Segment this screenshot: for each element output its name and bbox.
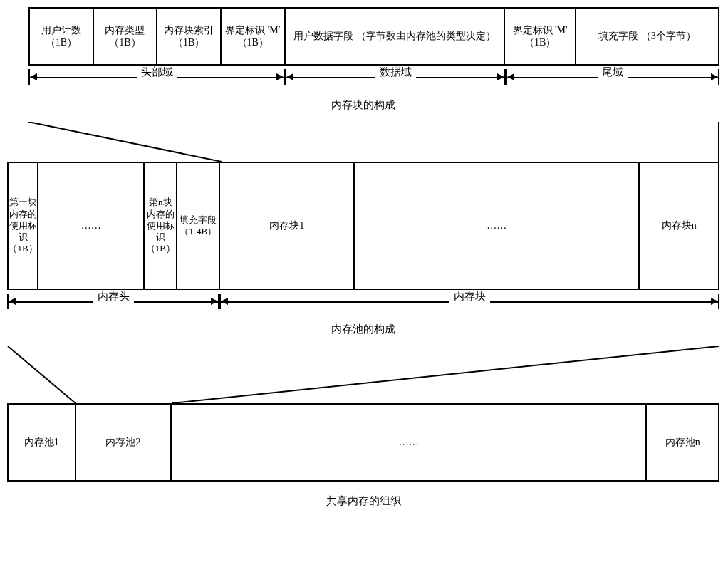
- region-header-label: 头部域: [137, 66, 177, 79]
- memory-diagram: 用户计数 （1B） 内存类型 （1B） 内存块索引 （1B） 界定标识 'M' …: [7, 7, 719, 508]
- pool-cell-flag-1: 第一块内存的使用标识（1B）: [9, 163, 38, 289]
- svg-line-0: [28, 122, 222, 162]
- block-cell-block-index: 内存块索引 （1B）: [157, 9, 222, 64]
- shm-cell-pool-1: 内存池1: [9, 405, 76, 480]
- svg-line-2: [8, 346, 76, 403]
- pool-cell-flag-n: 第n块内存的使用标识（1B）: [145, 163, 177, 289]
- shm-cell-pool-2: 内存池2: [76, 405, 172, 480]
- region-mem-header-label: 内存头: [93, 290, 134, 303]
- pool-cell-block-n: 内存块n: [640, 163, 718, 289]
- memory-block-row: 用户计数 （1B） 内存类型 （1B） 内存块索引 （1B） 界定标识 'M' …: [28, 7, 719, 66]
- connector-pool-to-shm: [7, 346, 719, 403]
- pool-region-bar: 内存头 内存块: [7, 294, 719, 317]
- block-cell-padding: 填充字段 （3个字节）: [576, 9, 718, 64]
- svg-line-3: [172, 346, 719, 403]
- region-tail-label: 尾域: [598, 66, 628, 79]
- pool-cell-padding: 填充字段（1-4B）: [177, 163, 220, 289]
- shm-caption: 共享内存的组织: [7, 494, 719, 508]
- block-cell-marker-m1: 界定标识 'M' （1B）: [222, 9, 286, 64]
- connector-block-to-pool: [7, 122, 719, 162]
- block-cell-marker-m2: 界定标识 'M' （1B）: [505, 9, 576, 64]
- block-region-bar: 头部域 数据域 尾域: [28, 70, 719, 93]
- block-cell-user-count: 用户计数 （1B）: [30, 9, 94, 64]
- pool-cell-ellipsis1: ……: [38, 163, 145, 289]
- pool-cell-block-1: 内存块1: [220, 163, 355, 289]
- shm-cell-pool-n: 内存池n: [647, 405, 718, 480]
- region-mem-blocks-label: 内存块: [449, 290, 490, 303]
- shm-cell-ellipsis: ……: [172, 405, 647, 480]
- memory-pool-row: 第一块内存的使用标识（1B） …… 第n块内存的使用标识（1B） 填充字段（1-…: [7, 162, 719, 290]
- block-caption: 内存块的构成: [7, 98, 719, 112]
- region-data-label: 数据域: [375, 66, 416, 79]
- block-cell-user-data: 用户数据字段 （字节数由内存池的类型决定）: [286, 9, 506, 64]
- pool-caption: 内存池的构成: [7, 323, 719, 336]
- shared-memory-row: 内存池1 内存池2 …… 内存池n: [7, 403, 719, 482]
- block-cell-mem-type: 内存类型 （1B）: [94, 9, 158, 64]
- pool-cell-ellipsis2: ……: [355, 163, 640, 289]
